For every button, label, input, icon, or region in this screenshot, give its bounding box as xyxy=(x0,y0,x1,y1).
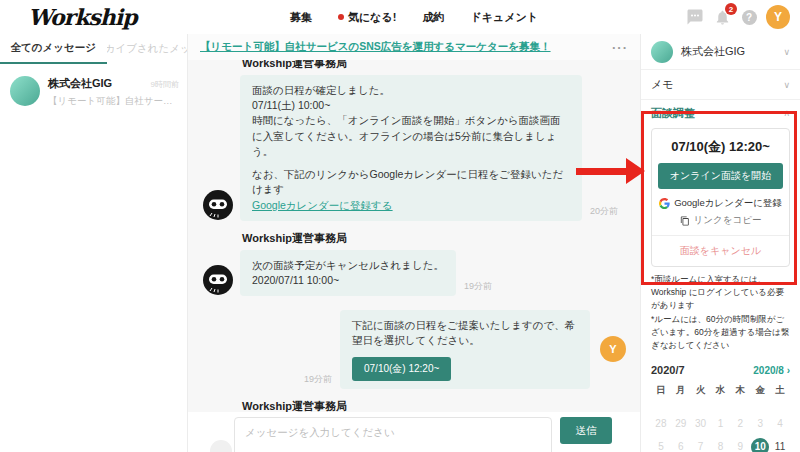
chat-bubble-icon[interactable] xyxy=(685,7,705,27)
chevron-down-icon: ∨ xyxy=(783,47,790,57)
calendar-day: 1 xyxy=(711,412,731,435)
chevron-down-icon: ∨ xyxy=(783,80,790,90)
gcal-register-row[interactable]: Googleカレンダーに登録 xyxy=(658,197,783,210)
calendar-day: 30 xyxy=(691,412,711,435)
calendar-day: 5 xyxy=(651,435,671,452)
message-stream: Workship運営事務局 面談の日程が確定しました。 07/11(土) 10:… xyxy=(188,60,640,412)
message-input[interactable] xyxy=(234,417,552,452)
message-time: 19分前 xyxy=(304,373,332,386)
calendar-month-label: 2020/7 xyxy=(651,364,685,376)
message-row: 面談の日程が確定しました。 07/11(土) 10:00~ 時間になったら、「オ… xyxy=(202,75,626,221)
robot-avatar-icon xyxy=(202,189,234,221)
message-list-sidebar: 全てのメッセージ アーカイブされたメッセ... 株式会社GIG 9時間前 【リモ… xyxy=(0,34,188,452)
user-avatar: Y xyxy=(600,336,626,362)
interview-card: 07/10(金) 12:20~ オンライン面談を開始 Googleカレンダーに登… xyxy=(651,128,790,267)
bell-icon[interactable]: 2 xyxy=(712,7,732,27)
tab-all-messages[interactable]: 全てのメッセージ xyxy=(0,34,107,64)
calendar-next-month-link[interactable]: 2020/8 › xyxy=(753,365,790,376)
message-input-bar: 送信 xyxy=(188,412,640,452)
help-icon[interactable]: ? xyxy=(739,7,759,27)
notification-dot xyxy=(338,14,344,20)
calendar-day[interactable]: 11 xyxy=(770,435,790,452)
detail-sidebar: 株式会社GIG ∨ メモ ∨ 面談調整 ∧ 07/10(金) 12:20~ オン… xyxy=(640,34,800,452)
top-header: Workship 募集 気になる! 成約 ドキュメント 2 ? Y xyxy=(0,0,800,34)
header-icons: 2 ? Y xyxy=(685,0,790,34)
company-section-header[interactable]: 株式会社GIG ∨ xyxy=(641,34,800,70)
annotation-arrow-head xyxy=(626,158,645,184)
copy-link-row[interactable]: リンクをコピー xyxy=(658,214,783,227)
conversation-time: 9時間前 xyxy=(151,79,179,90)
calendar-day-selected[interactable]: 10 xyxy=(750,435,770,452)
calendar-day: 8 xyxy=(711,435,731,452)
attach-icon[interactable] xyxy=(210,440,232,452)
google-icon xyxy=(659,198,670,209)
app-logo[interactable]: Workship xyxy=(28,4,137,30)
user-avatar[interactable]: Y xyxy=(766,5,790,29)
card-divider xyxy=(652,235,789,236)
copy-icon xyxy=(680,216,690,226)
calendar: 2020/7 2020/8 › 日 月 火 水 木 金 土 28 29 30 1… xyxy=(651,364,790,452)
main-nav: 募集 気になる! 成約 ドキュメント xyxy=(290,0,538,34)
calendar-day: 4 xyxy=(770,412,790,435)
company-name: 株式会社GIG xyxy=(681,44,775,59)
gcal-register-link[interactable]: Googleカレンダーに登録する xyxy=(252,199,393,211)
calendar-day: 29 xyxy=(671,412,691,435)
notification-badge: 2 xyxy=(725,3,737,15)
robot-avatar-icon xyxy=(202,264,234,296)
message-row-outgoing: 19分前 下記に面談の日程をご提案いたしますので、希望日を選択してください。 0… xyxy=(202,310,626,388)
interview-section-title: 面談調整 xyxy=(651,106,775,121)
calendar-day: 9 xyxy=(730,435,750,452)
calendar-day: 28 xyxy=(651,412,671,435)
pinned-job-bar: 【リモート可能】自社サービスのSNS広告を運用するマーケターを募集！ ··· xyxy=(188,34,640,60)
annotation-arrow xyxy=(576,168,626,175)
company-avatar xyxy=(10,76,40,106)
interview-section-header[interactable]: 面談調整 ∧ xyxy=(641,100,800,126)
interview-datetime: 07/10(金) 12:20~ xyxy=(658,138,783,156)
message-time: 19分前 xyxy=(464,280,492,293)
nav-item-contract[interactable]: 成約 xyxy=(422,10,444,25)
nav-item-interested[interactable]: 気になる! xyxy=(338,10,396,25)
calendar-day: 6 xyxy=(671,435,691,452)
calendar-day: 2 xyxy=(730,412,750,435)
more-menu-icon[interactable]: ··· xyxy=(602,40,628,55)
conversation-preview: 【リモート可能】自社サービスのSNS広告を運用する... xyxy=(48,95,179,108)
nav-item-documents[interactable]: ドキュメント xyxy=(470,10,538,25)
message-row: 次の面談予定がキャンセルされました。 2020/07/11 10:00~ 19分… xyxy=(202,250,626,296)
message-sender: Workship運営事務局 xyxy=(242,399,626,412)
calendar-weekday-row: 日 月 火 水 木 金 土 xyxy=(651,384,790,404)
chat-panel: 【リモート可能】自社サービスのSNS広告を運用するマーケターを募集！ ··· W… xyxy=(188,34,640,452)
calendar-day-grid: 28 29 30 1 2 3 4 5 6 7 8 9 10 11 12 13 1… xyxy=(651,412,790,452)
calendar-day: 3 xyxy=(750,412,770,435)
workship-app: Workship 募集 気になる! 成約 ドキュメント 2 ? Y xyxy=(0,0,800,452)
proposed-date-button[interactable]: 07/10(金) 12:20~ xyxy=(352,357,451,381)
message-bubble: 次の面談予定がキャンセルされました。 2020/07/11 10:00~ xyxy=(240,250,456,296)
message-tabs: 全てのメッセージ アーカイブされたメッセ... xyxy=(0,34,187,64)
message-time: 20分前 xyxy=(590,205,618,218)
cancel-interview-button[interactable]: 面談をキャンセル xyxy=(658,244,783,258)
interview-notes: *面談ルームに入室するには、Workship にログインしている必要があります … xyxy=(651,273,790,352)
pinned-job-link[interactable]: 【リモート可能】自社サービスのSNS広告を運用するマーケターを募集！ xyxy=(200,40,602,54)
conversation-name: 株式会社GIG xyxy=(48,76,151,91)
message-sender: Workship運営事務局 xyxy=(242,60,626,71)
calendar-day: 7 xyxy=(691,435,711,452)
message-bubble: 下記に面談の日程をご提案いたしますので、希望日を選択してください。 07/10(… xyxy=(340,310,590,388)
chevron-up-icon: ∧ xyxy=(783,108,790,118)
start-online-interview-button[interactable]: オンライン面談を開始 xyxy=(658,163,783,189)
nav-item-recruit[interactable]: 募集 xyxy=(290,10,312,25)
message-bubble: 面談の日程が確定しました。 07/11(土) 10:00~ 時間になったら、「オ… xyxy=(240,75,582,221)
message-sender: Workship運営事務局 xyxy=(242,231,626,246)
conversation-list-item[interactable]: 株式会社GIG 9時間前 【リモート可能】自社サービスのSNS広告を運用する..… xyxy=(0,64,187,118)
company-avatar xyxy=(651,41,673,63)
memo-section-header[interactable]: メモ ∨ xyxy=(641,70,800,100)
tab-archived-messages[interactable]: アーカイブされたメッセ... xyxy=(107,34,187,64)
send-button[interactable]: 送信 xyxy=(560,417,612,444)
